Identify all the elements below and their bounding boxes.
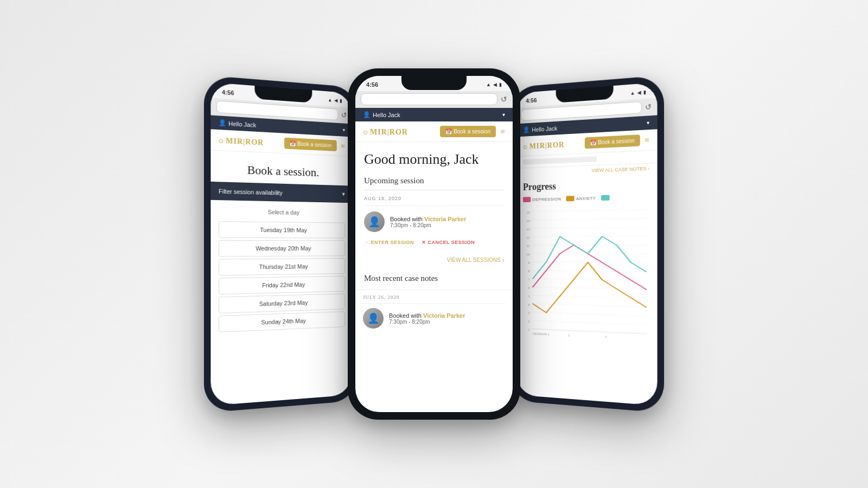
book-session-page: Book a session. Filter session availabil… xyxy=(210,150,352,341)
signal-icon-left: ▲ xyxy=(328,97,332,102)
case-note-card: JULY 26, 2020 👤 Booked with Victoria Par… xyxy=(355,290,513,338)
nav-right-left: 📅 Book a session ≡ xyxy=(284,138,345,152)
svg-line-26 xyxy=(532,304,647,307)
svg-text:5: 5 xyxy=(528,294,530,298)
case-note-therapist: Victoria Parker xyxy=(423,312,465,319)
view-all-sessions-text: VIEW ALL SESSIONS xyxy=(447,257,501,263)
menu-icon-right[interactable]: ≡ xyxy=(644,135,649,145)
case-note-booked-with: Booked with Victoria Parker xyxy=(389,312,505,319)
menu-icon-left[interactable]: ≡ xyxy=(341,141,345,151)
legend-dot-anxiety xyxy=(566,196,575,201)
reload-icon-center[interactable]: ↺ xyxy=(501,95,507,104)
svg-text:SESSION 1: SESSION 1 xyxy=(533,331,550,336)
svg-line-18 xyxy=(532,236,647,237)
svg-line-27 xyxy=(532,312,647,316)
day-item-0[interactable]: Tuesday 19th May xyxy=(219,221,345,238)
enter-session-btn[interactable]: → ENTER SESSION xyxy=(364,240,414,245)
reload-icon-left[interactable]: ↺ xyxy=(341,111,347,120)
chevron-icon-right[interactable]: ▾ xyxy=(647,120,649,126)
wifi-icon-right: ◀ xyxy=(637,89,641,95)
battery-icon-right: ▮ xyxy=(643,89,646,95)
enter-session-label: ENTER SESSION xyxy=(371,240,414,245)
wifi-icon-center: ◀ xyxy=(493,82,497,87)
svg-text:2: 2 xyxy=(528,319,530,323)
filter-bar[interactable]: Filter session availability ▾ xyxy=(210,182,352,203)
svg-line-28 xyxy=(532,320,647,325)
logo-right: ⊙ MIR|ROR xyxy=(523,139,565,151)
svg-text:3: 3 xyxy=(605,335,607,338)
svg-text:8: 8 xyxy=(528,269,530,273)
cancel-session-label: CANCEL SESSION xyxy=(428,240,475,245)
chevron-icon-left[interactable]: ▾ xyxy=(343,127,346,133)
book-btn-left[interactable]: 📅 Book a session xyxy=(284,138,336,151)
menu-icon-center[interactable]: ≡ xyxy=(500,127,505,137)
session-date: AUG 18, 2020 xyxy=(364,196,504,206)
legend-depression: DEPRESSION xyxy=(523,196,561,202)
cancel-session-btn[interactable]: ✕ CANCEL SESSION xyxy=(422,240,475,245)
status-icons-left: ▲ ◀ ▮ xyxy=(328,97,342,104)
signal-icon-right: ▲ xyxy=(630,90,635,96)
logo-text-left: MIR|ROR xyxy=(226,136,264,146)
day-item-4[interactable]: Saturday 23rd May xyxy=(219,293,345,313)
logo-left: ⊙ MIR|ROR xyxy=(219,135,264,147)
logo-prefix-left: ⊙ xyxy=(219,137,224,144)
progress-page: VIEW ALL CASE NOTES › Progress DEPRESSIO… xyxy=(516,150,657,353)
nav-right-right: 📅 Book a session ≡ xyxy=(585,134,649,149)
legend-label-anxiety: ANXIETY xyxy=(576,196,596,201)
url-bar-center[interactable] xyxy=(361,93,497,105)
legend-label-depression: DEPRESSION xyxy=(532,196,561,202)
phone-left: 4:56 ▲ ◀ ▮ ↺ xyxy=(204,75,358,413)
day-item-5[interactable]: Sunday 24th May xyxy=(219,311,345,332)
session-info: 👤 Booked with Victoria Parker 7:30pm - 8… xyxy=(364,211,504,232)
logo-prefix-center: ⊙ xyxy=(363,129,368,136)
view-all-sessions-link[interactable]: VIEW ALL SESSIONS › xyxy=(355,255,513,267)
legend-anxiety: ANXIETY xyxy=(566,195,596,201)
reload-icon-right[interactable]: ↺ xyxy=(645,102,652,112)
progress-section: Progress DEPRESSION ANXIETY xyxy=(516,173,657,353)
svg-text:4: 4 xyxy=(528,303,530,306)
phone-shell-left: 4:56 ▲ ◀ ▮ ↺ xyxy=(204,75,358,413)
hello-bar-center[interactable]: 👤 Hello Jack ▾ xyxy=(355,108,513,121)
book-btn-label-left: Book a session xyxy=(297,141,331,149)
session-time: 7:30pm - 8:20pm xyxy=(390,222,504,228)
day-item-2[interactable]: Thursday 21st May xyxy=(219,258,345,275)
svg-line-21 xyxy=(532,262,647,263)
legend-dot-depression xyxy=(523,197,531,202)
book-btn-center[interactable]: 📅 Book a session xyxy=(440,126,496,137)
svg-text:2: 2 xyxy=(568,333,570,337)
case-note-detail: Booked with Victoria Parker 7:30pm - 8:2… xyxy=(389,312,505,325)
svg-text:7: 7 xyxy=(528,278,530,281)
chevron-icon-center[interactable]: ▾ xyxy=(502,112,505,118)
user-info-left: 👤 Hello Jack xyxy=(219,119,256,129)
day-item-3[interactable]: Friday 22nd May xyxy=(219,276,345,295)
session-detail: Booked with Victoria Parker 7:30pm - 8:2… xyxy=(390,216,504,228)
chart-svg: 15 14 13 12 11 10 9 8 7 6 xyxy=(523,204,648,343)
svg-line-24 xyxy=(532,287,647,290)
screen-left: 4:56 ▲ ◀ ▮ ↺ xyxy=(210,82,352,406)
case-note-date: JULY 26, 2020 xyxy=(363,294,505,304)
phone-shell-right: 4:56 ▲ ◀ ▮ ↺ xyxy=(510,75,664,413)
nav-bar-center: ⊙ MIR|ROR 📅 Book a session ≡ xyxy=(355,121,513,142)
book-btn-right[interactable]: 📅 Book a session xyxy=(585,134,640,149)
book-heading: Book a session. xyxy=(210,150,352,185)
phone-shell-center: 4:56 ▲ ◀ ▮ ↺ xyxy=(348,68,520,420)
svg-text:15: 15 xyxy=(526,210,530,214)
calendar-icon-center: 📅 xyxy=(445,129,452,134)
logo-text-center: MIR|ROR xyxy=(370,128,408,136)
progress-title: Progress xyxy=(523,178,649,193)
session-actions: → ENTER SESSION ✕ CANCEL SESSION xyxy=(364,237,504,249)
case-note-info: 👤 Booked with Victoria Parker 7:30pm - 8… xyxy=(363,308,505,329)
svg-line-20 xyxy=(532,253,647,254)
svg-text:9: 9 xyxy=(528,261,530,265)
case-note-time: 7:30pm - 8:20pm xyxy=(389,319,505,325)
svg-text:11: 11 xyxy=(526,244,529,248)
hello-text-right: Hello Jack xyxy=(532,125,557,132)
enter-icon: → xyxy=(364,240,369,245)
select-day-label: Select a day xyxy=(210,206,352,221)
filter-label: Filter session availability xyxy=(219,188,283,196)
status-icons-right: ▲ ◀ ▮ xyxy=(630,89,646,96)
day-item-1[interactable]: Wednesday 20th May xyxy=(219,240,345,257)
greeting-text: Good morning, Jack xyxy=(364,151,479,167)
progress-chart: 15 14 13 12 11 10 9 8 7 6 xyxy=(523,204,649,348)
user-icon-center: 👤 xyxy=(363,111,371,118)
